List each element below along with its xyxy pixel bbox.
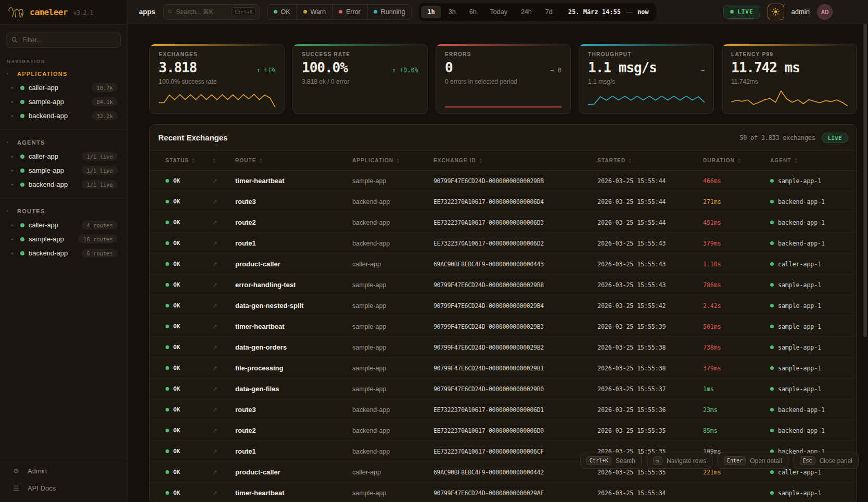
ok-dot-icon <box>165 221 169 224</box>
open-detail-arrow-icon[interactable]: ↗ <box>212 344 235 351</box>
sidebar-item-backend-app[interactable]: ▸backend-app1/1 live <box>0 177 127 191</box>
status-dot-icon <box>20 223 24 227</box>
status-dot-icon <box>339 10 342 14</box>
status-filter-error[interactable]: Error <box>332 5 367 19</box>
ok-dot-icon <box>165 345 169 349</box>
column-header-exchange-id[interactable]: EXCHANGE ID <box>433 158 597 163</box>
date-range-start[interactable]: 25. März 14:55 <box>568 8 621 16</box>
time-range-7d[interactable]: 7d <box>539 6 559 18</box>
kpi-sparkline <box>159 88 275 109</box>
agent-name: backend-app-1 <box>778 240 825 247</box>
sidebar-item-caller-app[interactable]: ▸caller-app10.7k <box>0 81 127 95</box>
kpi-card-latency-p99[interactable]: LATENCY P9911.742 ms11.742ms <box>722 44 857 114</box>
vertical-scrollbar[interactable] <box>863 24 867 337</box>
agent-name: sample-app-1 <box>778 365 821 372</box>
table-row[interactable]: OK↗file-processingsample-app90799F47E6CD… <box>150 358 857 379</box>
table-row[interactable]: OK↗product-callercaller-app69AC90BF8EBC4… <box>150 254 857 275</box>
status-filter-ok[interactable]: OK <box>267 5 297 19</box>
open-detail-arrow-icon[interactable]: ↗ <box>212 323 235 330</box>
column-header-started[interactable]: STARTED <box>597 158 703 163</box>
open-detail-arrow-icon[interactable]: ↗ <box>212 240 235 247</box>
table-row[interactable]: OK↗route2backend-appEE7322370A10617-0000… <box>150 212 857 233</box>
sidebar-item-backend-app[interactable]: ▸backend-app6 routes <box>0 246 127 260</box>
nav-divider <box>0 129 127 130</box>
open-detail-arrow-icon[interactable]: ↗ <box>212 385 235 393</box>
sidebar-footer-admin[interactable]: ⚙Admin <box>0 462 127 480</box>
status-text: OK <box>173 448 180 455</box>
table-row[interactable]: OK↗route1backend-appEE7322370A10617-0000… <box>150 233 857 254</box>
column-header-application[interactable]: APPLICATION <box>352 158 433 163</box>
open-detail-arrow-icon[interactable]: ↗ <box>212 469 235 476</box>
nav-section-header-routes[interactable]: ▾ROUTES <box>0 203 127 218</box>
sidebar-item-sample-app[interactable]: ▸sample-app16 routes <box>0 232 127 246</box>
time-range-24h[interactable]: 24h <box>515 6 538 18</box>
table-row[interactable]: OK↗data-gen-filessample-app90799F47E6CD2… <box>150 379 857 400</box>
time-range-3h[interactable]: 3h <box>442 6 462 18</box>
live-toggle[interactable]: LIVE <box>723 5 760 19</box>
application-cell: sample-app <box>352 490 433 497</box>
table-row[interactable]: OK↗route3backend-appEE7322370A10617-0000… <box>150 400 857 420</box>
kpi-card-throughput[interactable]: THROUGHPUT1.1 msg/s→1.1 msg/s <box>579 44 714 114</box>
duration-cell: 786ms <box>703 281 770 289</box>
hint-label: Search <box>616 457 635 465</box>
kpi-accent-bar <box>722 44 857 46</box>
table-row[interactable]: OK↗timer-heartbeatsample-app90799F47E6CD… <box>150 171 857 191</box>
status-filter-running[interactable]: Running <box>367 5 412 19</box>
open-detail-arrow-icon[interactable]: ↗ <box>212 427 235 434</box>
route-cell: data-gen-nested-split <box>235 302 352 310</box>
nav-section-header-agents[interactable]: ▾AGENTS <box>0 135 127 149</box>
kpi-card-exchanges[interactable]: EXCHANGES3.818↑ +1%100.0% success rate <box>149 44 285 114</box>
time-range-6h[interactable]: 6h <box>463 6 483 18</box>
column-header-duration[interactable]: DURATION <box>703 158 770 163</box>
open-detail-arrow-icon[interactable]: ↗ <box>212 365 235 372</box>
global-search[interactable]: Ctrl+K <box>163 4 260 20</box>
kpi-card-errors[interactable]: ERRORS0→ 00 errors in selected period <box>436 44 571 114</box>
table-row[interactable]: OK↗error-handling-testsample-app90799F47… <box>150 275 857 295</box>
kpi-value-row: 3.818↑ +1% <box>159 60 275 75</box>
avatar[interactable]: AD <box>817 4 833 20</box>
sidebar-item-caller-app[interactable]: ▸caller-app1/1 live <box>0 149 127 163</box>
time-range-today[interactable]: Today <box>484 6 514 18</box>
exchange-id-cell: 90799F47E6CD24D-00000000000029B4 <box>433 302 597 310</box>
sidebar-item-backend-app[interactable]: ▸backend-app32.2k <box>0 109 127 123</box>
kpi-accent-bar <box>436 44 570 46</box>
open-detail-arrow-icon[interactable]: ↗ <box>212 261 235 268</box>
table-row[interactable]: OK↗data-gen-orderssample-app90799F47E6CD… <box>150 337 857 358</box>
open-detail-arrow-icon[interactable]: ↗ <box>212 281 235 289</box>
nav-section-header-applications[interactable]: ▾APPLICATIONS <box>0 66 127 81</box>
table-row[interactable]: OK↗route3backend-appEE7322370A10617-0000… <box>150 191 857 212</box>
open-detail-arrow-icon[interactable]: ↗ <box>212 448 235 455</box>
status-dot-icon <box>20 86 24 90</box>
sidebar-item-sample-app[interactable]: ▸sample-app1/1 live <box>0 163 127 177</box>
table-row[interactable]: OK↗route2backend-appEE7322370A10617-0000… <box>150 420 857 441</box>
agent-name: caller-app-1 <box>778 261 821 268</box>
kpi-value: 1.1 msg/s <box>588 60 657 75</box>
open-detail-arrow-icon[interactable]: ↗ <box>212 177 235 185</box>
agent-dot-icon <box>770 262 774 266</box>
sidebar-filter-input[interactable] <box>21 36 116 44</box>
time-range-1h[interactable]: 1h <box>421 6 441 18</box>
column-header-agent[interactable]: AGENT <box>770 158 850 163</box>
open-detail-arrow-icon[interactable]: ↗ <box>212 406 235 414</box>
open-detail-arrow-icon[interactable]: ↗ <box>212 198 235 205</box>
column-header-route[interactable]: ROUTE <box>235 158 352 163</box>
sidebar-item-sample-app[interactable]: ▸sample-app84.1k <box>0 95 127 109</box>
main-area: apps Ctrl+K OKWarnErrorRunning 1h3h6hTod… <box>127 0 868 502</box>
sidebar-footer-api-docs[interactable]: ☰API Docs <box>0 480 127 497</box>
status-filter-warn[interactable]: Warn <box>297 5 332 19</box>
table-row[interactable]: OK↗timer-heartbeatsample-app90799F47E6CD… <box>150 316 857 337</box>
column-header-link[interactable] <box>212 158 235 163</box>
open-detail-arrow-icon[interactable]: ↗ <box>212 302 235 310</box>
open-detail-arrow-icon[interactable]: ↗ <box>212 219 235 226</box>
global-search-input[interactable] <box>175 8 228 16</box>
theme-toggle-button[interactable] <box>768 4 784 20</box>
kpi-card-success-rate[interactable]: SUCCESS RATE100.0%↑ +0.0%3.818 ok / 0 er… <box>292 44 428 114</box>
column-header-status[interactable]: STATUS <box>165 158 212 163</box>
sidebar-filter[interactable] <box>6 32 121 48</box>
table-row[interactable]: OK↗timer-heartbeatsample-app90799F47E6CD… <box>150 483 857 502</box>
table-row[interactable]: OK↗data-gen-nested-splitsample-app90799F… <box>150 295 857 316</box>
date-range-end[interactable]: now <box>637 8 649 16</box>
agent-name: backend-app-1 <box>778 198 825 205</box>
open-detail-arrow-icon[interactable]: ↗ <box>212 490 235 497</box>
sidebar-item-caller-app[interactable]: ▸caller-app4 routes <box>0 218 127 232</box>
